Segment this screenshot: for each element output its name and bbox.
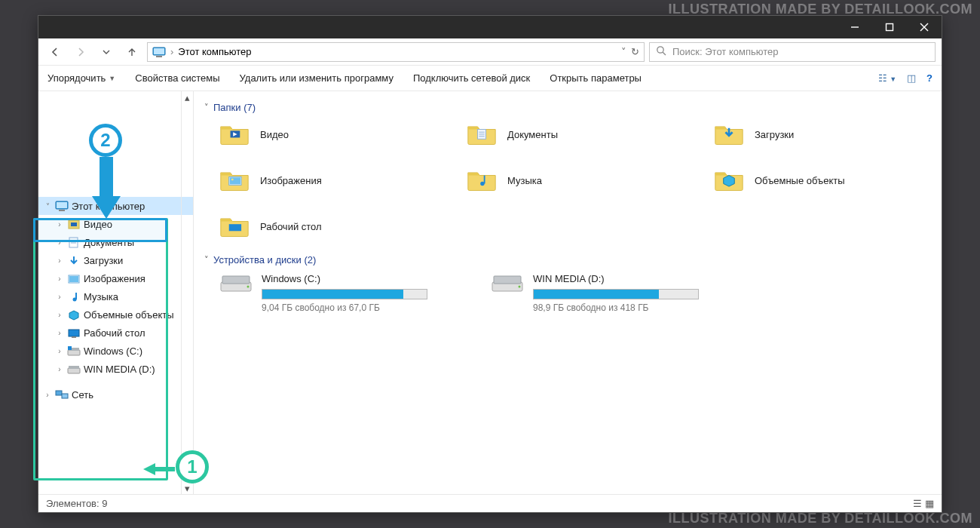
svg-rect-23 bbox=[68, 350, 80, 355]
view-options-icon[interactable]: ☷ ▼ bbox=[878, 72, 897, 84]
search-icon bbox=[656, 45, 666, 58]
network-icon bbox=[55, 388, 69, 401]
expand-icon[interactable]: › bbox=[55, 329, 64, 337]
tree-item[interactable]: ›Документы bbox=[38, 233, 193, 251]
annotation-arrow-1 bbox=[143, 462, 175, 477]
folder-item[interactable]: Музыка bbox=[467, 167, 693, 195]
folder-item[interactable]: Документы bbox=[467, 121, 693, 149]
svg-rect-1 bbox=[887, 24, 893, 31]
open-settings-button[interactable]: Открыть параметры bbox=[550, 72, 642, 84]
svg-marker-51 bbox=[92, 196, 121, 219]
forward-button[interactable] bbox=[70, 41, 91, 63]
group-header-folders[interactable]: ˅ Папки (7) bbox=[204, 102, 931, 113]
svg-rect-6 bbox=[156, 56, 162, 57]
drive-item[interactable]: Windows (C:)9,04 ГБ свободно из 67,0 ГБ bbox=[219, 273, 461, 313]
drive-item[interactable]: WIN MEDIA (D:)98,9 ГБ свободно из 418 ГБ bbox=[491, 273, 732, 313]
folder-icon bbox=[467, 167, 497, 195]
preview-pane-icon[interactable]: ◫ bbox=[907, 72, 916, 84]
folder-icon bbox=[219, 167, 250, 195]
svg-point-38 bbox=[231, 179, 234, 181]
svg-rect-41 bbox=[229, 224, 241, 231]
annotation-badge-2: 2 bbox=[89, 124, 122, 157]
expand-icon[interactable]: ˅ bbox=[43, 202, 52, 210]
svg-rect-18 bbox=[69, 276, 78, 282]
content-pane: ˅ Папки (7) ВидеоДокументыЗагрузкиИзобра… bbox=[194, 91, 942, 494]
tiles-view-icon[interactable]: ▦ bbox=[925, 498, 934, 509]
svg-rect-27 bbox=[69, 366, 79, 369]
expand-icon[interactable]: › bbox=[55, 365, 64, 373]
expand-icon[interactable]: › bbox=[55, 220, 64, 229]
explorer-window: › Этот компьютер ˅ ↻ Упорядочить ▼ Свойс… bbox=[38, 15, 942, 513]
folder-item[interactable]: Рабочий стол bbox=[219, 213, 446, 241]
tree-item[interactable]: ›Объемные объекты bbox=[38, 305, 193, 324]
folder-icon bbox=[714, 167, 744, 195]
item-count: Элементов: 9 bbox=[46, 498, 107, 509]
up-button[interactable] bbox=[121, 41, 142, 63]
tree-item-label: Документы bbox=[84, 237, 134, 248]
breadcrumb[interactable]: › Этот компьютер ˅ ↻ bbox=[147, 42, 645, 62]
svg-rect-13 bbox=[71, 223, 77, 226]
group-header-drives[interactable]: ˅ Устройства и диски (2) bbox=[204, 254, 931, 266]
chevron-down-icon: ▼ bbox=[109, 75, 115, 82]
tree-network[interactable]: › Сеть bbox=[38, 385, 193, 404]
expand-icon[interactable]: › bbox=[55, 238, 64, 247]
search-box[interactable] bbox=[649, 42, 936, 62]
watermark-bottom: ILLUSTRATION MADE BY DETAILLOOK.COM bbox=[669, 511, 972, 526]
tree-item[interactable]: ›Музыка bbox=[38, 287, 193, 305]
uninstall-program-button[interactable]: Удалить или изменить программу bbox=[240, 72, 394, 84]
annotation-badge-1: 1 bbox=[176, 450, 209, 483]
tree-item[interactable]: ›WIN MEDIA (D:) bbox=[38, 360, 193, 378]
svg-rect-37 bbox=[230, 177, 241, 184]
svg-rect-26 bbox=[68, 368, 80, 373]
folder-item[interactable]: Изображения bbox=[219, 167, 446, 195]
recent-dropdown[interactable] bbox=[96, 41, 117, 63]
refresh-icon[interactable]: ↻ bbox=[631, 46, 639, 57]
back-button[interactable] bbox=[44, 41, 66, 63]
tree-item-label: Видео bbox=[84, 219, 112, 230]
tree-item-label: Рабочий стол bbox=[84, 327, 145, 339]
tree-item-label: Сеть bbox=[72, 389, 93, 401]
titlebar bbox=[38, 16, 942, 38]
expand-icon[interactable]: › bbox=[55, 347, 64, 355]
svg-rect-11 bbox=[59, 210, 65, 211]
map-network-drive-button[interactable]: Подключить сетевой диск bbox=[413, 72, 530, 84]
tree-item[interactable]: ›Изображения bbox=[38, 269, 193, 287]
maximize-button[interactable] bbox=[872, 16, 907, 38]
system-properties-button[interactable]: Свойства системы bbox=[135, 72, 219, 84]
svg-marker-40 bbox=[724, 176, 735, 187]
tree-item[interactable]: ›Рабочий стол bbox=[38, 324, 193, 342]
expand-icon[interactable]: › bbox=[55, 256, 64, 265]
folder-label: Видео bbox=[260, 129, 289, 140]
scroll-down-icon[interactable]: ▾ bbox=[182, 482, 193, 494]
svg-rect-29 bbox=[62, 394, 68, 398]
details-view-icon[interactable]: ☰ bbox=[913, 498, 922, 509]
svg-rect-10 bbox=[57, 202, 67, 208]
expand-icon[interactable]: › bbox=[55, 275, 64, 283]
folder-icon bbox=[714, 121, 744, 149]
tree-item-label: Объемные объекты bbox=[84, 309, 174, 321]
scrollbar[interactable]: ▴ ▾ bbox=[181, 91, 193, 494]
help-icon[interactable]: ? bbox=[926, 72, 933, 84]
svg-point-19 bbox=[73, 297, 77, 301]
minimize-button[interactable] bbox=[838, 16, 872, 38]
drive-icon bbox=[491, 273, 524, 313]
folder-label: Объемные объекты bbox=[755, 175, 845, 186]
search-input[interactable] bbox=[672, 46, 929, 57]
item-icon bbox=[67, 235, 81, 249]
folder-item[interactable]: Загрузки bbox=[714, 121, 940, 149]
scroll-up-icon[interactable]: ▴ bbox=[182, 91, 193, 103]
folder-item[interactable]: Видео bbox=[219, 121, 446, 149]
expand-icon[interactable]: › bbox=[43, 391, 52, 399]
organize-menu[interactable]: Упорядочить ▼ bbox=[47, 72, 115, 84]
annotation-arrow-2 bbox=[90, 157, 122, 219]
expand-icon[interactable]: › bbox=[55, 311, 64, 319]
chevron-down-icon[interactable]: ˅ bbox=[621, 46, 626, 57]
folder-item[interactable]: Объемные объекты bbox=[714, 167, 940, 195]
tree-item[interactable]: ›Загрузки bbox=[38, 251, 193, 269]
close-button[interactable] bbox=[907, 16, 942, 38]
capacity-bar bbox=[533, 289, 699, 299]
svg-point-44 bbox=[247, 286, 250, 288]
drive-free-text: 98,9 ГБ свободно из 418 ГБ bbox=[533, 302, 732, 313]
tree-item[interactable]: ›Windows (C:) bbox=[38, 342, 193, 360]
expand-icon[interactable]: › bbox=[55, 293, 64, 301]
